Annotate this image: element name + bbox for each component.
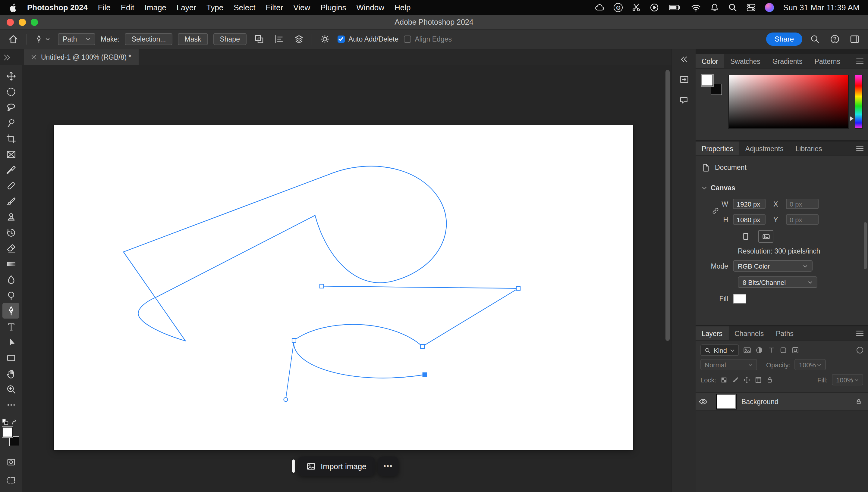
frame-tool-icon[interactable] — [2, 146, 19, 162]
panel-menu-icon[interactable] — [856, 58, 864, 65]
make-selection-button[interactable]: Selection... — [125, 33, 173, 45]
workspace-icon[interactable] — [847, 32, 862, 46]
checkbox-checked-icon[interactable] — [337, 35, 345, 43]
import-image-button[interactable]: Import image — [298, 457, 375, 476]
path-alignment-icon[interactable] — [272, 32, 286, 46]
quick-selection-tool-icon[interactable] — [2, 115, 19, 131]
gradient-tool-icon[interactable] — [2, 256, 19, 272]
path-arrangement-icon[interactable] — [292, 32, 306, 46]
color-mode-dropdown[interactable]: RGB Color — [733, 260, 813, 272]
type-tool-icon[interactable] — [2, 319, 19, 334]
tab-patterns[interactable]: Patterns — [808, 54, 846, 68]
layer-thumbnail[interactable] — [717, 394, 736, 409]
menu-window[interactable]: Window — [356, 3, 384, 12]
clone-stamp-tool-icon[interactable] — [2, 209, 19, 225]
tab-swatches[interactable]: Swatches — [724, 54, 767, 68]
layer-row-background[interactable]: Background — [696, 393, 868, 411]
scissors-icon[interactable] — [632, 3, 641, 12]
menu-plugins[interactable]: Plugins — [320, 3, 346, 12]
lock-all-icon[interactable] — [767, 376, 774, 383]
auto-add-delete-option[interactable]: Auto Add/Delete — [337, 35, 398, 43]
menu-file[interactable]: File — [98, 3, 111, 12]
path-selection-tool-icon[interactable] — [2, 334, 19, 350]
minimize-window-button[interactable] — [19, 18, 26, 26]
bit-depth-dropdown[interactable]: 8 Bits/Channel — [738, 276, 817, 288]
make-shape-button[interactable]: Shape — [213, 33, 247, 45]
document-canvas[interactable] — [54, 125, 633, 450]
canvas-vertical-scrollbar[interactable] — [665, 70, 670, 341]
grammarly-icon[interactable]: G — [614, 3, 623, 12]
dodge-tool-icon[interactable] — [2, 287, 19, 303]
path-operations-icon[interactable] — [252, 32, 266, 46]
saturation-brightness-picker[interactable] — [728, 75, 849, 129]
bell-icon[interactable] — [710, 3, 720, 12]
marquee-tool-icon[interactable] — [2, 84, 19, 99]
layer-lock-icon[interactable] — [855, 398, 862, 405]
creative-cloud-icon[interactable] — [595, 3, 605, 12]
menu-layer[interactable]: Layer — [177, 3, 196, 12]
canvas-section-header[interactable]: Canvas — [702, 182, 862, 194]
panel-menu-icon[interactable] — [856, 330, 864, 337]
play-circle-icon[interactable] — [650, 3, 659, 12]
default-colors-icon[interactable] — [2, 419, 8, 425]
import-more-button[interactable]: ••• — [378, 457, 398, 476]
pen-tool-preset-icon[interactable] — [32, 32, 52, 46]
canvas-pasteboard[interactable]: Import image ••• — [22, 65, 672, 492]
lock-position-icon[interactable] — [744, 376, 751, 383]
canvas-fill-swatch[interactable] — [733, 294, 746, 303]
anchor-point[interactable] — [320, 284, 324, 288]
color-slider-arrow-icon[interactable] — [850, 116, 853, 121]
canvas-y-field[interactable]: 0 px — [786, 214, 819, 225]
menu-view[interactable]: View — [293, 3, 310, 12]
pen-path-active[interactable] — [294, 286, 518, 378]
bezier-handle-line[interactable] — [286, 340, 294, 399]
document-tab[interactable]: Untitled-1 @ 100% (RGB/8) * — [24, 49, 139, 65]
anchor-point[interactable] — [516, 286, 520, 290]
filter-toggle-icon[interactable] — [857, 347, 863, 353]
menu-image[interactable]: Image — [145, 3, 166, 12]
share-button[interactable]: Share — [766, 32, 802, 46]
expand-toolbar-icon[interactable] — [0, 49, 13, 65]
canvas-height-field[interactable]: 1080 px — [733, 214, 766, 225]
bezier-handle-end[interactable] — [284, 397, 287, 401]
version-history-panel-icon[interactable] — [677, 73, 691, 86]
menubar-clock[interactable]: Sun 31 Mar 11:39 AM — [783, 3, 860, 12]
checkbox-unchecked-icon[interactable] — [404, 35, 411, 43]
opacity-dropdown[interactable]: 100% — [795, 359, 826, 370]
properties-scrollbar[interactable] — [864, 222, 867, 269]
lock-transparency-icon[interactable] — [721, 376, 728, 383]
pen-tool-icon[interactable] — [2, 303, 19, 319]
move-tool-icon[interactable] — [2, 68, 19, 84]
swap-colors-icon[interactable] — [11, 419, 18, 425]
zoom-tool-icon[interactable] — [2, 381, 19, 397]
tab-properties[interactable]: Properties — [696, 142, 739, 155]
apple-icon[interactable] — [8, 3, 17, 13]
siri-icon[interactable] — [765, 3, 774, 12]
home-icon[interactable] — [6, 32, 21, 46]
menu-select[interactable]: Select — [234, 3, 255, 12]
control-center-icon[interactable] — [747, 3, 756, 12]
tab-paths[interactable]: Paths — [770, 326, 800, 340]
quick-mask-icon[interactable] — [2, 455, 19, 469]
filter-adjustment-layers-icon[interactable] — [755, 346, 763, 354]
lock-artboard-icon[interactable] — [755, 376, 762, 383]
pick-tool-mode-dropdown[interactable]: Path — [58, 33, 95, 45]
menu-help[interactable]: Help — [395, 3, 411, 12]
close-tab-icon[interactable] — [31, 55, 36, 59]
tab-channels[interactable]: Channels — [728, 326, 770, 340]
blur-tool-icon[interactable] — [2, 272, 19, 287]
tab-color[interactable]: Color — [696, 54, 724, 68]
history-brush-tool-icon[interactable] — [2, 225, 19, 240]
layer-name[interactable]: Background — [742, 398, 778, 405]
portrait-orientation-icon[interactable] — [738, 230, 753, 243]
menu-filter[interactable]: Filter — [266, 3, 283, 12]
close-window-button[interactable] — [7, 18, 14, 26]
align-edges-option[interactable]: Align Edges — [404, 35, 452, 43]
anchor-point[interactable] — [420, 344, 424, 348]
tab-layers[interactable]: Layers — [696, 326, 728, 340]
layer-visibility-eye-icon[interactable] — [696, 393, 711, 410]
tab-gradients[interactable]: Gradients — [767, 54, 808, 68]
edit-toolbar-icon[interactable] — [2, 397, 19, 413]
panel-menu-icon[interactable] — [856, 145, 864, 152]
filter-kind-dropdown[interactable]: Kind — [700, 344, 739, 356]
